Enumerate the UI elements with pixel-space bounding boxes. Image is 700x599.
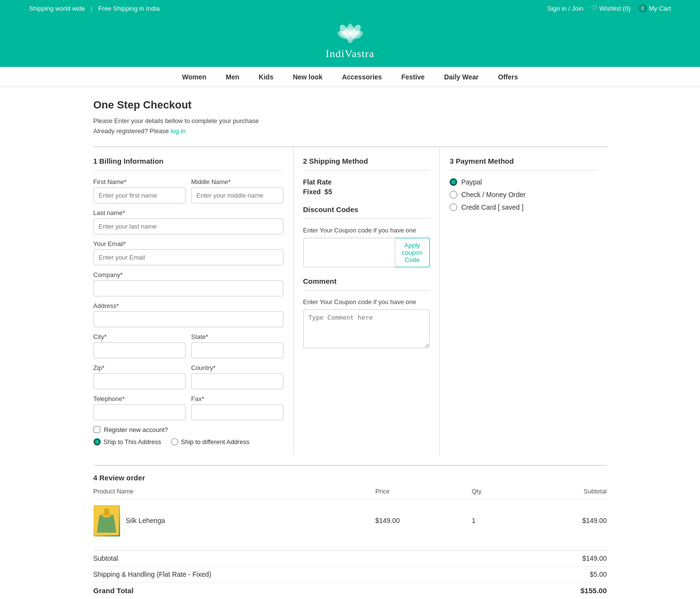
top-bar-left: Shipping world wide | Free Shipping in I… <box>29 5 160 12</box>
telephone-label: Telephone* <box>93 395 186 402</box>
comment-label: Enter Your Coupon code if you have one <box>303 298 430 306</box>
company-group: Company* <box>93 271 283 296</box>
main-content: One Step Checkout Please Enter your deta… <box>84 87 617 599</box>
subtitle-line1: Please Enter your details bellow to comp… <box>93 117 259 124</box>
billing-header: 1 Billing Information <box>93 157 283 170</box>
nav-women[interactable]: Women <box>182 73 206 81</box>
checkout-sections: 1 Billing Information First Name* Middle… <box>93 146 607 455</box>
ship-different-label: Ship to different Address <box>181 438 249 445</box>
rate-amount: $5 <box>325 188 332 196</box>
nav-daily-wear[interactable]: Daily Wear <box>444 73 479 81</box>
grand-total-value: $155.00 <box>580 586 607 595</box>
product-price: $149.00 <box>375 499 472 542</box>
subtotal-label: Subtotal <box>93 554 118 562</box>
rate-type: Fixed <box>303 188 321 196</box>
payment-header: 3 Payment Method <box>450 157 597 170</box>
shipping-row: Shipping & Handling (Flat Rate - Fixed) … <box>93 567 607 583</box>
first-name-input[interactable] <box>93 187 186 203</box>
nav-offers[interactable]: Offers <box>498 73 518 81</box>
comment-textarea[interactable] <box>303 309 430 348</box>
logo-area: IndiVastra <box>0 16 700 67</box>
review-header: 4 Review order <box>93 474 607 482</box>
col-qty: Qty <box>472 488 511 499</box>
state-label: State* <box>191 333 283 340</box>
review-section: 4 Review order Product Name Price Qty Su… <box>93 465 607 599</box>
top-bar-right: Sign in / Join ♡ Wishlist (0) 0 My Cart <box>547 4 671 13</box>
address-input[interactable] <box>93 311 283 327</box>
product-image <box>94 506 119 535</box>
ship-different-option[interactable]: Ship to different Address <box>171 438 249 445</box>
apply-coupon-button[interactable]: Apply coupon Code <box>395 238 430 267</box>
credit-card-label: Credit Card [ saved ] <box>461 203 523 211</box>
discount-header: Discount Codes <box>303 205 430 219</box>
check-money-option[interactable]: Check / Money Order <box>450 191 597 199</box>
ship-to-address-option[interactable]: Ship to This Address <box>93 438 161 445</box>
nav-festive[interactable]: Festive <box>401 73 424 81</box>
svg-point-7 <box>348 31 352 35</box>
telephone-input[interactable] <box>93 404 186 420</box>
shipping-text: Shipping world wide <box>29 5 85 12</box>
billing-column: 1 Billing Information First Name* Middle… <box>93 147 294 455</box>
check-money-radio[interactable] <box>450 191 457 199</box>
discount-header-label: Discount Codes <box>303 205 358 214</box>
email-input[interactable] <box>93 249 283 265</box>
comment-header: Comment <box>303 277 430 291</box>
country-label: Country* <box>191 364 283 371</box>
first-name-label: First Name* <box>93 178 186 185</box>
zip-input[interactable] <box>93 373 186 389</box>
company-row: Company* <box>93 271 283 296</box>
divider: | <box>91 5 93 12</box>
register-label[interactable]: Register new account? <box>104 426 168 433</box>
checkout-subtitle: Please Enter your details bellow to comp… <box>93 116 607 137</box>
heart-icon: ♡ <box>591 4 597 13</box>
city-label: City* <box>93 333 186 340</box>
nav-bar: Women Men Kids New look Accessories Fest… <box>0 67 700 87</box>
paypal-radio[interactable] <box>450 178 457 186</box>
credit-card-radio[interactable] <box>450 203 457 211</box>
product-qty: 1 <box>472 499 511 542</box>
grand-total-row: Grand Total $155.00 <box>93 583 607 599</box>
discount-input-row: Apply coupon Code <box>303 238 430 267</box>
logo-name[interactable]: IndiVastra <box>0 47 700 60</box>
nav-accessories[interactable]: Accessories <box>342 73 382 81</box>
cart-area[interactable]: 0 My Cart <box>638 4 671 13</box>
email-row: Your Email* <box>93 240 283 265</box>
wishlist-label: Wishlist (0) <box>599 5 630 12</box>
company-input[interactable] <box>93 280 283 296</box>
fax-input[interactable] <box>191 404 283 420</box>
country-input[interactable] <box>191 373 283 389</box>
paypal-option[interactable]: Paypal <box>450 178 597 186</box>
zip-label: Zip* <box>93 364 186 371</box>
discount-section: Enter Your Coupon code if you have one A… <box>303 227 430 267</box>
nav-men[interactable]: Men <box>226 73 239 81</box>
subtotal-value: $149.00 <box>582 554 607 562</box>
wishlist-area[interactable]: ♡ Wishlist (0) <box>591 4 630 13</box>
check-money-label: Check / Money Order <box>461 191 526 199</box>
shipping-header-label: 2 Shipping Method <box>303 157 368 165</box>
nav-kids[interactable]: Kids <box>259 73 273 81</box>
totals-section: Subtotal $149.00 Shipping & Handling (Fl… <box>93 550 607 599</box>
city-input[interactable] <box>93 342 186 358</box>
top-bar: Shipping world wide | Free Shipping in I… <box>0 0 700 16</box>
country-group: Country* <box>191 364 283 389</box>
state-input[interactable] <box>191 342 283 358</box>
register-checkbox[interactable] <box>93 426 100 433</box>
ship-different-radio[interactable] <box>171 438 178 445</box>
city-group: City* <box>93 333 186 358</box>
signin-link[interactable]: Sign in / Join <box>547 5 583 12</box>
city-state-row: City* State* <box>93 333 283 358</box>
address-label: Address* <box>93 302 283 309</box>
review-table: Product Name Price Qty Subtotal <box>93 488 607 542</box>
middle-name-input[interactable] <box>191 187 283 203</box>
credit-card-option[interactable]: Credit Card [ saved ] <box>450 203 597 211</box>
nav-new-look[interactable]: New look <box>293 73 322 81</box>
discount-input-label: Enter Your Coupon code if you have one <box>303 227 430 234</box>
coupon-input[interactable] <box>303 238 395 267</box>
company-label: Company* <box>93 271 283 278</box>
payment-options: Paypal Check / Money Order Credit Card [… <box>450 178 597 211</box>
rate-value: Fixed $5 <box>303 188 430 196</box>
last-name-input[interactable] <box>93 218 283 234</box>
login-link[interactable]: log in <box>171 127 186 135</box>
ship-to-address-radio[interactable] <box>93 438 101 445</box>
free-shipping-text: Free Shipping in India <box>98 5 159 12</box>
